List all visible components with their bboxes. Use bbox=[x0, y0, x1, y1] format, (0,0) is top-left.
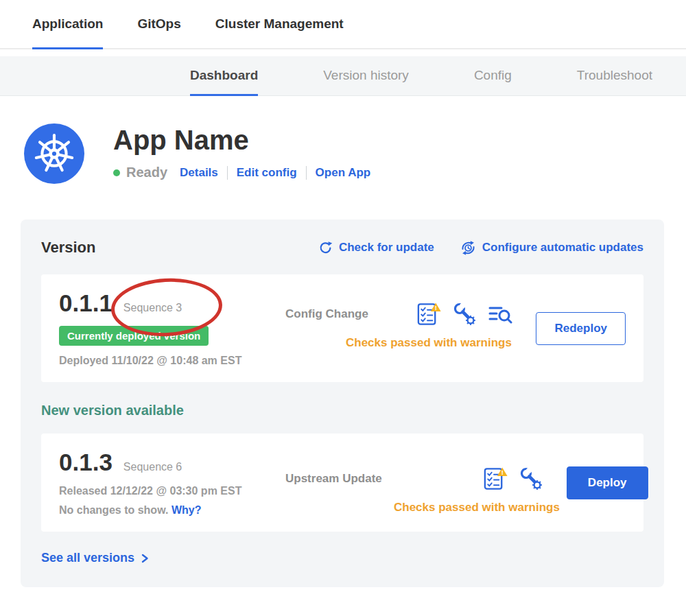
edit-config-link[interactable]: Edit config bbox=[237, 166, 297, 180]
version-panel: Version Check for update bbox=[21, 220, 664, 587]
configure-automatic-updates-button[interactable]: Configure automatic updates bbox=[460, 240, 643, 256]
top-tab-gitops[interactable]: GitOps bbox=[137, 0, 180, 49]
app-meta-row: Ready Details Edit config Open App bbox=[113, 165, 370, 180]
chevron-right-icon bbox=[140, 553, 150, 564]
current-version-number: 0.1.1 bbox=[59, 289, 113, 317]
deployed-timestamp: Deployed 11/10/22 @ 10:48 am EST bbox=[59, 355, 285, 367]
kubernetes-logo-icon bbox=[24, 123, 84, 184]
status-dot-icon bbox=[113, 169, 120, 176]
top-nav: Application GitOps Cluster Management bbox=[0, 0, 686, 49]
tab-dashboard[interactable]: Dashboard bbox=[190, 56, 258, 96]
tab-config[interactable]: Config bbox=[474, 56, 512, 96]
deploy-button[interactable]: Deploy bbox=[567, 466, 648, 499]
available-source-label: Upstream Update bbox=[285, 472, 382, 486]
new-version-heading: New version available bbox=[41, 403, 643, 418]
open-app-link[interactable]: Open App bbox=[316, 166, 371, 180]
no-changes-text: No changes to show. bbox=[59, 504, 168, 516]
configure-automatic-updates-label: Configure automatic updates bbox=[482, 241, 643, 254]
config-wrench-gear-icon[interactable] bbox=[519, 466, 543, 491]
diff-files-search-icon[interactable] bbox=[488, 302, 512, 327]
check-for-update-label: Check for update bbox=[339, 241, 434, 254]
current-sequence-label: Sequence 3 bbox=[123, 302, 182, 314]
current-version-card: 0.1.1 Sequence 3 Currently deployed vers… bbox=[41, 274, 643, 382]
app-header: App Name Ready Details Edit config Open … bbox=[0, 96, 686, 184]
refresh-icon bbox=[318, 241, 333, 255]
svg-text:!: ! bbox=[435, 305, 437, 311]
top-tab-application[interactable]: Application bbox=[32, 0, 103, 49]
tab-troubleshoot[interactable]: Troubleshoot bbox=[577, 56, 652, 96]
released-timestamp: Released 12/12/22 @ 03:30 pm EST bbox=[59, 485, 285, 497]
why-link[interactable]: Why? bbox=[172, 504, 202, 516]
status-badge: Ready bbox=[126, 165, 167, 180]
page: Application GitOps Cluster Management Da… bbox=[0, 0, 686, 616]
available-version-card: 0.1.3 Sequence 6 Released 12/12/22 @ 03:… bbox=[41, 434, 643, 532]
preflight-checklist-warning-icon[interactable]: ! bbox=[482, 466, 508, 491]
divider bbox=[227, 166, 228, 180]
currently-deployed-badge: Currently deployed version bbox=[59, 326, 209, 346]
config-wrench-gear-icon[interactable] bbox=[452, 302, 477, 327]
redeploy-button[interactable]: Redeploy bbox=[536, 312, 626, 345]
version-panel-title: Version bbox=[41, 239, 318, 257]
details-link[interactable]: Details bbox=[180, 166, 218, 180]
see-all-versions-link[interactable]: See all versions bbox=[41, 551, 150, 565]
available-version-number: 0.1.3 bbox=[59, 449, 113, 476]
see-all-versions-label: See all versions bbox=[41, 551, 134, 565]
svg-text:!: ! bbox=[501, 469, 504, 476]
available-preflight-checks-link[interactable]: Checks passed with warnings bbox=[394, 501, 560, 514]
current-preflight-checks-link[interactable]: Checks passed with warnings bbox=[346, 336, 529, 350]
top-tab-cluster-management[interactable]: Cluster Management bbox=[215, 0, 344, 49]
page-title: App Name bbox=[113, 125, 370, 155]
available-sequence-label: Sequence 6 bbox=[123, 461, 182, 473]
check-for-update-button[interactable]: Check for update bbox=[318, 241, 434, 255]
app-sub-nav: Dashboard Version history Config Trouble… bbox=[0, 56, 686, 96]
tab-version-history[interactable]: Version history bbox=[323, 56, 409, 96]
auto-update-clock-icon bbox=[460, 240, 476, 256]
preflight-checklist-warning-icon[interactable]: ! bbox=[416, 302, 441, 327]
current-source-label: Config Change bbox=[285, 307, 368, 321]
divider bbox=[306, 166, 307, 180]
